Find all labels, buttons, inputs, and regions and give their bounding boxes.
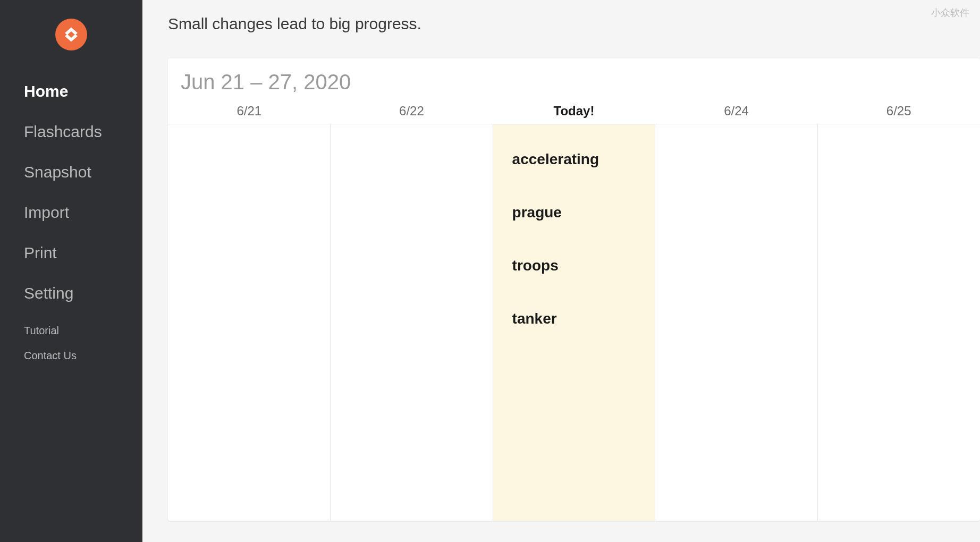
day-header-4[interactable]: 6/25: [817, 104, 980, 118]
sidebar-item-contact[interactable]: Contact Us: [24, 350, 142, 362]
main-content: 小众软件 Small changes lead to big progress.…: [142, 0, 980, 542]
sidebar-item-flashcards[interactable]: Flashcards: [24, 123, 142, 141]
day-header-3[interactable]: 6/24: [655, 104, 818, 118]
sidebar-item-print[interactable]: Print: [24, 244, 142, 262]
day-column-today: accelerating prague troops tanker: [493, 124, 656, 521]
sidebar-item-home[interactable]: Home: [24, 82, 142, 100]
calendar-body: accelerating prague troops tanker: [168, 124, 980, 521]
sidebar: Home Flashcards Snapshot Import Print Se…: [0, 0, 142, 542]
sidebar-item-import[interactable]: Import: [24, 204, 142, 222]
day-column-3: [655, 124, 818, 521]
nav-items: Home Flashcards Snapshot Import Print Se…: [0, 82, 142, 362]
word-item[interactable]: accelerating: [502, 151, 647, 168]
day-header-1[interactable]: 6/22: [331, 104, 493, 118]
day-header-0[interactable]: 6/21: [168, 104, 331, 118]
logo-container: [0, 19, 142, 50]
calendar-header: Jun 21 – 27, 2020: [168, 58, 980, 104]
logo-icon: [62, 25, 81, 44]
day-header-today[interactable]: Today!: [493, 104, 655, 118]
app-logo[interactable]: [55, 19, 87, 50]
tagline: Small changes lead to big progress.: [142, 0, 980, 33]
day-column-1: [331, 124, 493, 521]
calendar-card: Jun 21 – 27, 2020 6/21 6/22 Today! 6/24 …: [168, 58, 980, 521]
sidebar-item-tutorial[interactable]: Tutorial: [24, 325, 142, 337]
day-header-row: 6/21 6/22 Today! 6/24 6/25: [168, 104, 980, 124]
sidebar-item-snapshot[interactable]: Snapshot: [24, 163, 142, 181]
word-item[interactable]: tanker: [502, 310, 647, 327]
day-column-0: [168, 124, 331, 521]
watermark-text: 小众软件: [931, 6, 969, 19]
word-item[interactable]: prague: [502, 204, 647, 221]
day-column-4: [818, 124, 980, 521]
sidebar-item-setting[interactable]: Setting: [24, 284, 142, 302]
word-item[interactable]: troops: [502, 257, 647, 274]
date-range: Jun 21 – 27, 2020: [181, 70, 967, 94]
